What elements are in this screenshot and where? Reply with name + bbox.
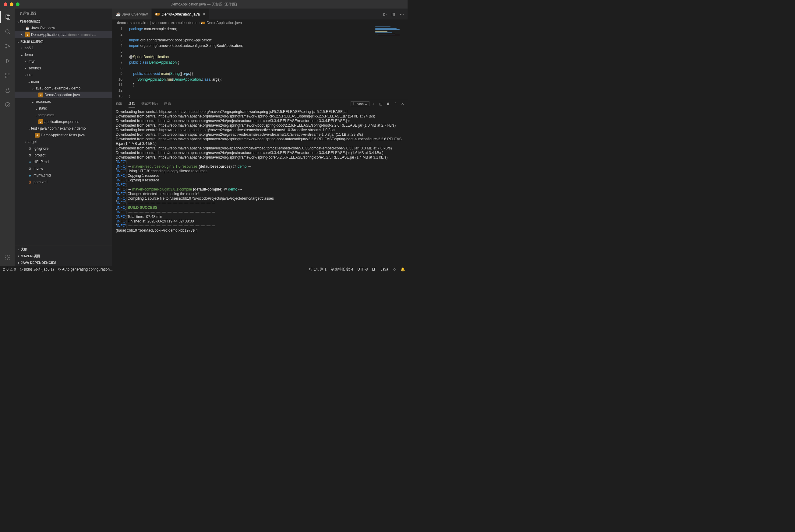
open-editors-header[interactable]: 打开的编辑器 xyxy=(15,18,112,25)
split-terminal-icon[interactable]: ◫ xyxy=(379,102,382,106)
breadcrumb-item[interactable]: main xyxy=(138,21,146,25)
folder-item[interactable]: demo xyxy=(15,52,112,58)
status-item[interactable]: 制表符长度: 4 xyxy=(331,267,353,272)
panel-tab[interactable]: 终端 xyxy=(129,100,135,108)
chevron-icon xyxy=(31,100,35,104)
status-item[interactable]: 🔔 xyxy=(400,267,405,272)
chevron-icon xyxy=(23,73,28,77)
title-bar: DemoApplication.java — 无标题 (工作区) xyxy=(0,0,408,8)
close-icon[interactable]: × xyxy=(19,33,24,37)
folder-item[interactable]: test / java / com / example / demo xyxy=(15,125,112,132)
debug-icon[interactable] xyxy=(0,55,15,67)
chevron-up-icon[interactable]: ⌃ xyxy=(394,102,397,106)
folder-item[interactable]: main xyxy=(15,78,112,85)
breadcrumb-item[interactable]: demo xyxy=(188,21,197,25)
file-icon xyxy=(116,12,120,16)
search-icon[interactable] xyxy=(0,25,15,38)
chevron-icon xyxy=(34,107,38,111)
status-item[interactable]: ⊗ 0 ⚠ 0 xyxy=(2,267,16,272)
chevron-icon xyxy=(19,53,24,57)
status-item[interactable]: Java xyxy=(380,267,388,272)
settings-icon[interactable] xyxy=(0,251,15,264)
split-editor-icon[interactable]: ◫ xyxy=(392,12,395,16)
chevron-icon xyxy=(23,66,28,70)
maximize-window[interactable] xyxy=(16,2,19,6)
file-item[interactable]: application.properties xyxy=(15,118,112,125)
folder-item[interactable]: src xyxy=(15,72,112,78)
svg-rect-8 xyxy=(5,73,7,75)
status-item[interactable]: UTF-8 xyxy=(357,267,368,272)
svg-line-3 xyxy=(8,33,10,34)
editor-tab[interactable]: Java Overview xyxy=(112,8,152,19)
file-item[interactable]: mvnw xyxy=(15,165,112,172)
terminal-output[interactable]: Downloading from central: https://repo.m… xyxy=(112,108,408,266)
open-editor-item[interactable]: ×DemoApplication.javademo • src/main/... xyxy=(15,31,112,38)
breadcrumb-item[interactable]: src xyxy=(130,21,134,25)
breadcrumb-item[interactable]: java xyxy=(150,21,157,25)
file-icon xyxy=(28,153,32,158)
file-icon xyxy=(35,133,40,137)
close-tab-icon[interactable]: × xyxy=(203,12,205,16)
extensions-icon[interactable] xyxy=(0,70,15,81)
test-icon[interactable] xyxy=(0,84,15,96)
breadcrumb-item[interactable]: demo xyxy=(117,21,126,25)
minimize-window[interactable] xyxy=(10,2,13,6)
section-header[interactable]: 大纲 xyxy=(15,246,112,253)
run-icon[interactable]: ▷ xyxy=(383,12,386,16)
workspace-header[interactable]: 无标题 (工作区) xyxy=(15,38,112,45)
status-item[interactable]: ☺ xyxy=(393,267,396,272)
close-panel-icon[interactable]: ✕ xyxy=(401,102,404,106)
window-controls xyxy=(0,2,19,6)
source-control-icon[interactable] xyxy=(0,40,15,52)
panel-tab[interactable]: 调试控制台 xyxy=(141,100,158,108)
svg-point-11 xyxy=(7,104,8,106)
file-icon xyxy=(201,22,205,24)
breadcrumb-item[interactable]: com xyxy=(160,21,167,25)
code-editor[interactable]: 12345678910111213 package com.example.de… xyxy=(112,26,408,99)
folder-item[interactable]: target xyxy=(15,138,112,145)
sidebar: 资源管理器 打开的编辑器 Java Overview×DemoApplicati… xyxy=(15,8,112,266)
breadcrumb-item[interactable]: example xyxy=(171,21,185,25)
folder-item[interactable]: .settings xyxy=(15,65,112,72)
file-item[interactable]: pom.xml xyxy=(15,179,112,185)
folder-item[interactable]: templates xyxy=(15,112,112,118)
status-item[interactable]: 行 14, 列 1 xyxy=(309,267,327,272)
breadcrumb-item[interactable]: DemoApplication.java xyxy=(206,21,242,25)
explorer-icon[interactable] xyxy=(0,11,15,23)
file-item[interactable]: .project xyxy=(15,152,112,158)
trash-icon[interactable]: 🗑 xyxy=(386,102,390,106)
editor-tab[interactable]: DemoApplication.java× xyxy=(152,8,209,19)
sidebar-header: 资源管理器 xyxy=(15,8,112,18)
status-item[interactable]: ⟳ Auto generating configuration... xyxy=(58,267,113,272)
file-item[interactable]: mvnw.cmd xyxy=(15,172,112,179)
status-item[interactable]: LF xyxy=(372,267,376,272)
breadcrumb[interactable]: demo›src›main›java›com›example›demo›Demo… xyxy=(112,19,408,26)
file-icon xyxy=(28,146,32,151)
folder-item[interactable]: resources xyxy=(15,98,112,105)
panel: 输出终端调试控制台问题 1: bash ⌄ ＋ ◫ 🗑 ⌃ ✕ Download… xyxy=(112,99,408,266)
folder-item[interactable]: java / com / example / demo xyxy=(15,85,112,92)
file-item[interactable]: DemoApplication.java xyxy=(15,92,112,98)
more-icon[interactable]: ⋯ xyxy=(400,12,404,16)
folder-item[interactable]: lab5.1 xyxy=(15,45,112,52)
remote-icon[interactable] xyxy=(0,99,15,111)
status-item[interactable]: ▷ (lldb) 启动 (lab5.1) xyxy=(20,267,54,272)
svg-rect-10 xyxy=(5,76,7,78)
folder-item[interactable]: static xyxy=(15,105,112,112)
file-item[interactable]: DemoApplicationTests.java xyxy=(15,132,112,138)
file-item[interactable]: HELP.md xyxy=(15,158,112,165)
chevron-icon xyxy=(27,80,31,84)
minimap[interactable] xyxy=(374,26,408,44)
close-window[interactable] xyxy=(4,2,7,6)
section-header[interactable]: MAVEN 项目 xyxy=(15,253,112,259)
open-editor-item[interactable]: Java Overview xyxy=(15,25,112,31)
panel-tab[interactable]: 问题 xyxy=(164,100,171,108)
file-item[interactable]: .gitignore xyxy=(15,145,112,152)
folder-item[interactable]: .mvn xyxy=(15,58,112,65)
new-terminal-icon[interactable]: ＋ xyxy=(372,102,375,106)
svg-marker-7 xyxy=(7,59,10,63)
section-header[interactable]: JAVA DEPENDENCIES xyxy=(15,259,112,266)
activity-bar xyxy=(0,8,15,266)
panel-tab[interactable]: 输出 xyxy=(116,100,123,108)
terminal-selector[interactable]: 1: bash xyxy=(350,101,369,106)
